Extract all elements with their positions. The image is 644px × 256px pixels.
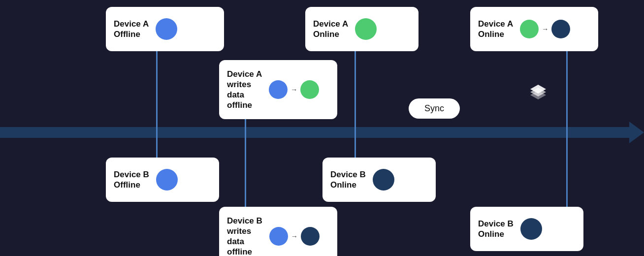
circle-green-device-a-online-right (520, 20, 539, 38)
card-device-a-writes: Device Awritesdataoffline → (219, 60, 337, 119)
card-device-online-center-icons (355, 18, 377, 40)
circle-blue-device-b-writes (269, 227, 288, 246)
circle-dark-device-a-online-right (551, 20, 570, 38)
card-device-b-offline-label: Device BOffline (114, 169, 149, 191)
card-device-b-offline: Device BOffline (106, 158, 219, 202)
circle-blue-device-a-offline (156, 18, 177, 40)
card-device-a-online-right-icons: → (520, 20, 570, 38)
card-device-b-writes: Device Bwritesdataoffline → (219, 207, 337, 256)
card-device-b-offline-icons (156, 169, 178, 191)
vline-device-a-offline (156, 51, 158, 127)
circle-blue-device-a-writes (269, 80, 288, 99)
card-device-b-writes-label: Device Bwritesdataoffline (227, 216, 262, 256)
vline-device-b-online-2 (566, 127, 568, 207)
circle-green-device-a-writes (300, 80, 319, 99)
card-device-b-online-2: Device BOnline (470, 207, 583, 251)
sync-pill: Sync (409, 98, 460, 119)
circle-green-device-online-center (355, 18, 377, 40)
layers-icon (529, 83, 547, 100)
card-device-a-offline-icons (156, 18, 177, 40)
card-device-online-center-label: Device AOnline (313, 19, 348, 40)
circle-dark-device-b-online-2 (520, 218, 542, 240)
timeline (0, 127, 635, 138)
card-device-a-offline-label: Device AOffline (114, 19, 149, 40)
arrow-connector-right: → (542, 25, 548, 33)
circle-dark-device-b-writes (301, 227, 320, 246)
card-device-a-offline: Device AOffline (106, 7, 224, 51)
card-device-b-online-1-icons (373, 169, 394, 191)
card-device-b-online-1: Device BOnline (322, 158, 436, 202)
arrow-connector-a-writes: → (290, 86, 297, 94)
circle-blue-device-b-offline (156, 169, 178, 191)
arrow-connector-b-writes: → (291, 232, 298, 240)
card-device-a-writes-label: Device Awritesdataoffline (227, 69, 262, 111)
vline-device-b-offline (156, 127, 158, 158)
card-device-b-writes-icons: → (269, 227, 320, 246)
circle-dark-device-b-online-1 (373, 169, 394, 191)
card-device-b-online-2-label: Device BOnline (478, 219, 514, 240)
card-device-a-writes-icons: → (269, 80, 319, 99)
vline-device-b-writes (245, 127, 246, 207)
sync-label: Sync (424, 103, 444, 113)
card-device-b-online-2-icons (520, 218, 542, 240)
card-device-b-online-1-label: Device BOnline (330, 169, 366, 191)
vline-device-b-online-1 (354, 127, 356, 158)
card-device-a-online-right-label: Device AOnline (478, 19, 513, 40)
timeline-arrow (629, 122, 644, 143)
card-device-online-center: Device AOnline (305, 7, 419, 51)
card-device-a-online-right: Device AOnline → (470, 7, 598, 51)
